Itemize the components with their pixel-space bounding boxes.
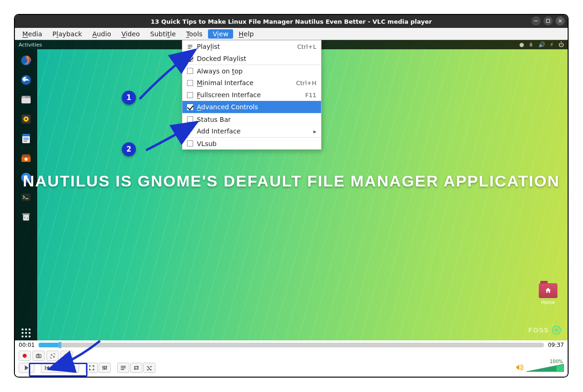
playlist-icon <box>187 44 193 50</box>
svg-point-36 <box>38 355 40 357</box>
loop-ab-button[interactable]: AB <box>47 351 59 361</box>
menuitem-always-on-top-label: Always on top <box>197 67 316 75</box>
svg-text:A: A <box>51 353 53 356</box>
network-icon: ⋔ <box>529 41 534 48</box>
battery-icon: ⚡ <box>550 41 554 48</box>
svg-rect-6 <box>23 97 25 98</box>
menuitem-add-interface[interactable]: Add Interface ▸ <box>182 125 321 137</box>
menuitem-minimal-interface-label: Minimal Interface <box>197 79 292 86</box>
svg-rect-11 <box>22 134 30 136</box>
svg-point-25 <box>21 328 23 330</box>
sound-icon: 🔊 <box>538 41 545 48</box>
dock-software-icon <box>19 151 34 166</box>
svg-rect-40 <box>68 354 69 358</box>
minimize-button[interactable] <box>531 16 541 26</box>
svg-point-24 <box>27 218 28 219</box>
dock-firefox-icon <box>19 53 34 68</box>
itsfoss-ring-icon <box>552 326 561 335</box>
gnome-activities: Activities <box>19 42 42 48</box>
fullscreen-button[interactable] <box>86 363 98 373</box>
svg-rect-5 <box>21 98 31 103</box>
speaker-icon[interactable] <box>516 364 524 372</box>
svg-point-23 <box>24 217 25 218</box>
elapsed-time[interactable]: 00:01 <box>19 342 35 348</box>
checkbox-icon <box>187 140 193 146</box>
menu-media[interactable]: Media <box>18 29 47 39</box>
menuitem-advanced-controls[interactable]: Advanced Controls <box>182 101 321 113</box>
advanced-controls-row: AB <box>19 351 564 361</box>
svg-rect-46 <box>104 368 106 369</box>
dock-terminal-icon <box>19 190 34 205</box>
dock-files-icon <box>19 92 34 107</box>
svg-rect-20 <box>25 198 28 199</box>
menubar: Media Playback Audio Video Subtitle Tool… <box>15 28 568 40</box>
menuitem-playlist-label: Playlist <box>197 43 294 50</box>
snapshot-button[interactable] <box>33 351 45 361</box>
menuitem-status-bar[interactable]: Status Bar <box>182 113 321 125</box>
svg-text:B: B <box>53 355 55 358</box>
seek-row: 00:01 09:37 <box>15 340 568 350</box>
video-area[interactable]: Activities ● ⋔ 🔊 ⚡ ⏻ ? <box>15 40 568 340</box>
shuffle-button[interactable] <box>143 363 155 373</box>
menu-audio[interactable]: Audio <box>87 29 116 39</box>
svg-rect-41 <box>59 366 62 370</box>
vlc-window: 13 Quick Tips to Make Linux File Manager… <box>14 14 569 378</box>
maximize-button[interactable] <box>543 16 553 26</box>
previous-button[interactable] <box>41 363 53 373</box>
svg-rect-19 <box>21 193 31 201</box>
next-button[interactable] <box>67 363 79 373</box>
volume-slider[interactable]: 100% <box>527 364 564 372</box>
svg-rect-43 <box>104 366 105 370</box>
menuitem-advanced-controls-label: Advanced Controls <box>197 103 316 111</box>
menu-tools[interactable]: Tools <box>181 29 207 39</box>
main-controls-row: 100% <box>19 363 564 373</box>
svg-point-29 <box>25 332 27 334</box>
record-indicator-icon: ● <box>519 41 524 48</box>
playlist-button[interactable] <box>117 363 129 373</box>
frame-step-button[interactable] <box>60 351 73 361</box>
menu-video[interactable]: Video <box>117 29 145 39</box>
video-caption-text: NAUTILUS IS GNOME'S DEFAULT FILE MANAGER… <box>15 172 568 190</box>
checkbox-icon <box>187 92 193 98</box>
total-time[interactable]: 09:37 <box>548 342 564 348</box>
menu-view[interactable]: View <box>208 29 233 39</box>
svg-point-31 <box>21 335 23 337</box>
close-button[interactable] <box>556 16 565 26</box>
svg-rect-14 <box>23 141 27 142</box>
svg-rect-12 <box>23 138 28 139</box>
play-button[interactable] <box>19 363 34 373</box>
itsfoss-text: FOSS <box>528 326 549 334</box>
menuitem-add-interface-label: Add Interface <box>197 127 309 135</box>
desktop-home-folder: Home <box>537 283 559 305</box>
home-folder-icon <box>539 283 557 298</box>
itsfoss-watermark: FOSS <box>528 326 561 335</box>
loop-button[interactable] <box>130 363 142 373</box>
view-menu-dropdown: Playlist Ctrl+L Docked Playlist Always o… <box>182 40 322 150</box>
ext-settings-button[interactable] <box>99 363 111 373</box>
seek-knob[interactable] <box>59 342 61 348</box>
power-icon: ⏻ <box>558 41 564 48</box>
svg-rect-47 <box>106 366 107 367</box>
svg-rect-37 <box>37 354 39 355</box>
record-button[interactable] <box>19 351 31 361</box>
dock-appgrid-icon <box>19 326 34 340</box>
seek-slider[interactable] <box>39 343 544 347</box>
menuitem-vlsub-label: VLsub <box>197 140 316 147</box>
menuitem-docked-playlist[interactable]: Docked Playlist <box>182 53 321 65</box>
svg-point-30 <box>28 332 30 334</box>
stop-button[interactable] <box>54 363 66 373</box>
menuitem-minimal-interface[interactable]: Minimal Interface Ctrl+H <box>182 77 321 89</box>
submenu-arrow-icon: ▸ <box>313 128 316 135</box>
menuitem-status-bar-label: Status Bar <box>197 116 316 123</box>
menu-playback[interactable]: Playback <box>48 29 87 39</box>
menuitem-always-on-top[interactable]: Always on top <box>182 65 321 77</box>
menu-help[interactable]: Help <box>234 29 258 39</box>
svg-point-33 <box>28 335 30 337</box>
svg-rect-42 <box>103 366 104 370</box>
dock-writer-icon <box>19 131 34 146</box>
svg-rect-0 <box>534 21 538 21</box>
menu-subtitle[interactable]: Subtitle <box>146 29 181 39</box>
menuitem-vlsub[interactable]: VLsub <box>182 137 321 149</box>
menuitem-playlist[interactable]: Playlist Ctrl+L <box>182 40 321 53</box>
menuitem-fullscreen-interface[interactable]: Fullscreen Interface F11 <box>182 89 321 101</box>
